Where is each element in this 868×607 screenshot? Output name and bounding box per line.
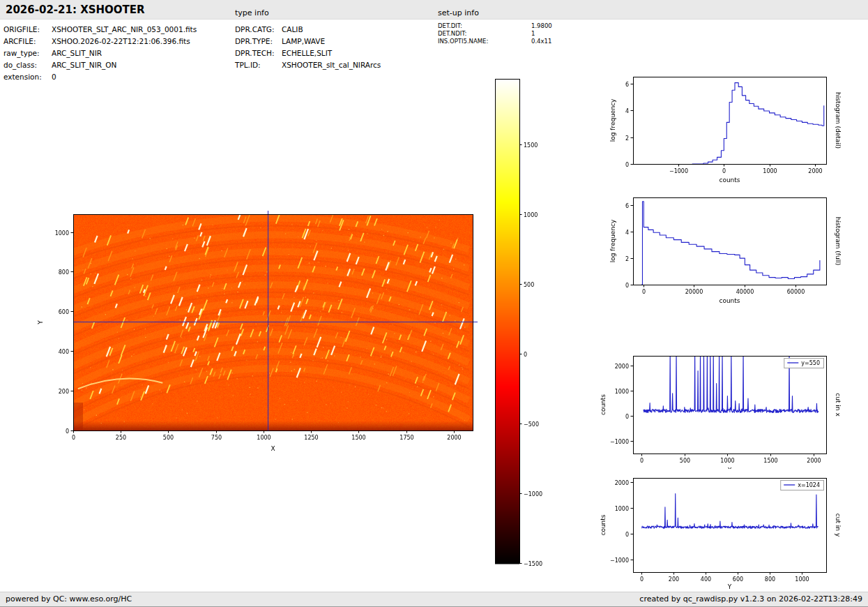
meta-label: DET.NDIT: xyxy=(438,30,531,38)
meta-row-tplid: TPL.ID:XSHOOTER_slt_cal_NIRArcs xyxy=(235,59,381,71)
meta-row-dprtype: DPR.TYPE:LAMP,WAVE xyxy=(235,36,381,47)
type-info-section-label: type info xyxy=(235,8,269,17)
meta-value: 0 xyxy=(52,73,56,81)
setup-info-section-label: set-up info xyxy=(438,8,479,17)
meta-label: ARCFILE: xyxy=(3,36,52,47)
meta-row-detndit: DET.NDIT:1 xyxy=(438,30,552,38)
meta-label: do_class: xyxy=(3,59,52,71)
footer-powered-by: powered by QC: www.eso.org/HC xyxy=(6,594,132,604)
meta-label: DPR.TECH: xyxy=(235,47,282,59)
meta-value: 1 xyxy=(531,30,535,37)
histogram-full-plot xyxy=(596,190,868,310)
colorbar xyxy=(487,73,565,572)
qc-report-page: 2026-02-21: XSHOOTER type info set-up in… xyxy=(0,0,868,607)
meta-row-arcfile: ARCFILE:XSHOO.2026-02-22T12:21:06.396.fi… xyxy=(3,36,197,47)
meta-label: INS.OPTI5.NAME: xyxy=(438,38,531,45)
cut-in-x-plot xyxy=(596,349,868,469)
meta-value: XSHOOTER_SLT_ARC_NIR_053_0001.fits xyxy=(52,25,197,33)
histogram-detail-plot xyxy=(596,70,868,190)
meta-label: raw_type: xyxy=(3,47,52,59)
meta-row-dprtech: DPR.TECH:ECHELLE,SLIT xyxy=(235,47,381,59)
meta-value: ARC_SLIT_NIR_ON xyxy=(52,61,116,69)
meta-value: ARC_SLIT_NIR xyxy=(52,49,102,57)
meta-label: DET.DIT: xyxy=(438,22,531,30)
detector-image-plot xyxy=(28,204,488,465)
meta-label: ORIGFILE: xyxy=(3,24,52,36)
meta-value: ECHELLE,SLIT xyxy=(282,49,332,57)
meta-label: extension: xyxy=(3,71,52,83)
meta-row-insopti5: INS.OPTI5.NAME:0.4x11 xyxy=(438,38,552,45)
footer-bar: powered by QC: www.eso.org/HC created by… xyxy=(0,592,868,607)
file-info-block: ORIGFILE:XSHOOTER_SLT_ARC_NIR_053_0001.f… xyxy=(3,24,197,83)
meta-value: XSHOOTER_slt_cal_NIRArcs xyxy=(282,61,381,69)
meta-value: 0.4x11 xyxy=(531,38,551,45)
meta-value: LAMP,WAVE xyxy=(282,37,325,45)
meta-value: CALIB xyxy=(282,25,303,33)
meta-value: XSHOO.2026-02-22T12:21:06.396.fits xyxy=(52,37,190,45)
meta-row-dprcatg: DPR.CATG:CALIB xyxy=(235,24,381,36)
header-bar: 2026-02-21: XSHOOTER type info set-up in… xyxy=(0,0,868,20)
cut-in-y-plot xyxy=(596,469,868,592)
page-title: 2026-02-21: XSHOOTER xyxy=(6,3,145,16)
footer-created-by: created by qc_rawdisp.py v1.2.3 on 2026-… xyxy=(639,594,862,604)
meta-row-detdit: DET.DIT:1.9800 xyxy=(438,22,552,30)
setup-info-block: DET.DIT:1.9800 DET.NDIT:1 INS.OPTI5.NAME… xyxy=(438,22,552,45)
meta-row-rawtype: raw_type:ARC_SLIT_NIR xyxy=(3,47,197,59)
meta-value: 1.9800 xyxy=(531,22,552,29)
meta-label: DPR.CATG: xyxy=(235,24,282,36)
meta-row-doclass: do_class:ARC_SLIT_NIR_ON xyxy=(3,59,197,71)
meta-row-extension: extension:0 xyxy=(3,71,197,83)
meta-label: TPL.ID: xyxy=(235,59,282,71)
meta-label: DPR.TYPE: xyxy=(235,36,282,47)
type-info-block: DPR.CATG:CALIB DPR.TYPE:LAMP,WAVE DPR.TE… xyxy=(235,24,381,71)
meta-row-origfile: ORIGFILE:XSHOOTER_SLT_ARC_NIR_053_0001.f… xyxy=(3,24,197,36)
